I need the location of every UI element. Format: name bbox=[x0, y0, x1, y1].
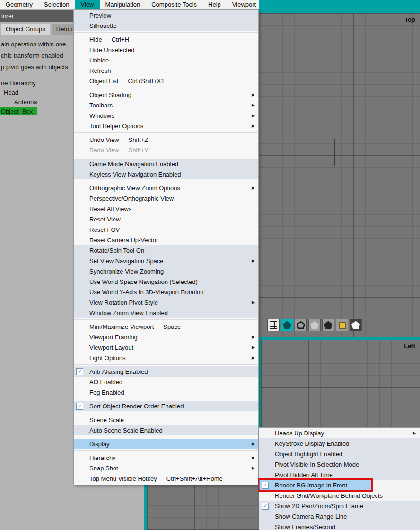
view-menu-item-reset-fov[interactable]: Reset FOV bbox=[74, 224, 258, 235]
checkbox-slot bbox=[76, 334, 83, 341]
display-submenu-item-render-grid-workplane-behind-objects[interactable]: Render Grid/Workplane Behind Objects bbox=[259, 490, 420, 501]
shaded-mode-icon[interactable] bbox=[281, 319, 293, 331]
view-menu-item-use-world-space-navigation-selected[interactable]: Use World Space Navigation (Selected) bbox=[74, 276, 258, 287]
view-menu-item-hide-unselected[interactable]: Hide Unselected bbox=[74, 44, 258, 55]
menu-item-label: Light Options bbox=[89, 354, 126, 362]
view-menu-item-snap-shot[interactable]: Snap Shot▶ bbox=[74, 463, 258, 473]
texture-mode-icon[interactable] bbox=[336, 319, 348, 331]
smooth-shade-mode-icon[interactable] bbox=[350, 319, 362, 331]
menu-item-label: Top Menu Visible Hotkey bbox=[89, 475, 157, 482]
menu-item-shortcut: Ctrl+H bbox=[112, 36, 129, 43]
display-submenu-item-show-2d-pan-zoom-spin-frame[interactable]: ✓Show 2D Pan/Zoom/Spin Frame bbox=[259, 501, 420, 511]
app-window: GeometrySelectionViewManipulationComposi… bbox=[0, 0, 420, 530]
checkbox-slot bbox=[76, 454, 83, 461]
view-menu-item-ao-enabled[interactable]: AO Enabled bbox=[74, 377, 258, 387]
checkbox-slot bbox=[262, 471, 269, 478]
view-menu-item-set-view-navigation-space[interactable]: Set View Navigation Space▶ bbox=[74, 256, 258, 266]
display-submenu-item-render-bg-image-in-front[interactable]: ✓Render BG Image In Front bbox=[259, 480, 371, 490]
submenu-arrow-icon: ▶ bbox=[252, 300, 255, 305]
view-menu-item-silhouette[interactable]: Silhouette bbox=[74, 20, 258, 31]
scene-object-outline[interactable] bbox=[263, 139, 335, 166]
view-menu-item-refresh[interactable]: Refresh bbox=[74, 65, 258, 76]
menubar-item-selection[interactable]: Selection bbox=[38, 0, 75, 9]
view-menu-item-viewport-layout[interactable]: Viewport Layout▶ bbox=[74, 342, 258, 353]
menu-item-label: Viewport Framing bbox=[89, 334, 138, 341]
view-menu-item-sort-object-render-order-enabled[interactable]: ✓Sort Object Render Order Enabled bbox=[74, 401, 258, 411]
view-menu-item-undo-view[interactable]: Undo ViewShift+Z bbox=[74, 134, 258, 145]
display-submenu-item-keystroke-display-enabled[interactable]: KeyStroke Display Enabled bbox=[259, 438, 420, 449]
menubar-item-view[interactable]: View bbox=[75, 0, 100, 9]
view-menu-item-rotate-spin-tool-on[interactable]: Rotate/Spin Tool On bbox=[74, 245, 258, 256]
view-menu-item-view-rotation-pivot-style[interactable]: View Rotation Pivot Style▶ bbox=[74, 297, 258, 308]
display-submenu-item-show-camera-range-line[interactable]: Show Camera Range Line bbox=[259, 511, 420, 521]
menubar-item-composite-tools[interactable]: Composite Tools bbox=[146, 0, 202, 9]
view-menu-item-windows[interactable]: Windows▶ bbox=[74, 110, 258, 121]
view-menu-item-mini-maximize-viewport[interactable]: Mini/Maximize ViewportSpace bbox=[74, 321, 258, 332]
view-menu-item-hide[interactable]: HideCtrl+H bbox=[74, 34, 258, 44]
menu-item-label: Unhide bbox=[89, 57, 109, 64]
tab-object-groups[interactable]: Object Groups bbox=[1, 24, 50, 35]
view-menu-item-tool-helper-options[interactable]: Tool Helper Options▶ bbox=[74, 121, 258, 131]
view-menu-item-object-list[interactable]: Object ListCtrl+Shift+X1 bbox=[74, 76, 258, 86]
view-menu-item-display[interactable]: Display▶ bbox=[74, 439, 258, 449]
menu-item-label: Preview bbox=[89, 12, 111, 19]
view-menu-item-anti-aliasing-enabled[interactable]: ✓Anti-Aliasing Enabled bbox=[74, 366, 258, 377]
submenu-arrow-icon: ▶ bbox=[252, 335, 255, 339]
view-menu-item-perspective-orthographic-view[interactable]: Perspective/Orthographic View bbox=[74, 193, 258, 203]
view-menu-item-reset-camera-up-vector[interactable]: Reset Camera Up-Vector bbox=[74, 235, 258, 245]
view-menu-item-object-shading[interactable]: Object Shading▶ bbox=[74, 89, 258, 100]
view-menu-item-reset-all-views[interactable]: Reset All Views bbox=[74, 203, 258, 214]
panel-option-text-1: ain operation within one bbox=[1, 39, 68, 50]
view-menu-item-game-mode-navigation-enabled[interactable]: Game Mode Navigation Enabled bbox=[74, 159, 258, 169]
checkbox-slot bbox=[76, 160, 83, 168]
view-menu-item-keyless-view-navigation-enabled[interactable]: Keyless View Navigation Enabled bbox=[74, 169, 258, 179]
menubar-item-manipulation[interactable]: Manipulation bbox=[100, 0, 146, 9]
texture-square-glyph bbox=[339, 322, 346, 329]
checkbox-slot bbox=[76, 309, 83, 317]
ghost-shade-mode-icon[interactable] bbox=[308, 319, 321, 331]
view-menu-item-top-menu-visible-hotkey[interactable]: Top Menu Visible HotkeyCtrl+Shift+Alt+Ho… bbox=[74, 473, 258, 484]
view-menu-item-light-options[interactable]: Light Options▶ bbox=[74, 353, 258, 363]
panel-options: ain operation within onechic transform e… bbox=[1, 39, 68, 73]
display-submenu-item-pivot-visible-in-selection-mode[interactable]: Pivot Visible In Selection Mode bbox=[259, 459, 420, 469]
menu-item-label: Fog Enabled bbox=[89, 389, 124, 396]
menubar-item-help[interactable]: Help bbox=[202, 0, 227, 9]
view-menu-item-redo-view[interactable]: Redo ViewShift+Y bbox=[74, 145, 258, 155]
menu-separator bbox=[74, 181, 258, 181]
flat-shade-mode-icon[interactable] bbox=[322, 319, 334, 331]
display-submenu-item-pivot-hidden-all-time[interactable]: Pivot Hidden All Time bbox=[259, 469, 420, 480]
pentagon-glyph bbox=[283, 321, 291, 329]
menubar-item-geometry[interactable]: Geometry bbox=[0, 0, 38, 9]
checkbox-slot bbox=[76, 205, 83, 212]
pentagon-glyph bbox=[310, 321, 319, 329]
view-menu-item-fog-enabled[interactable]: Fog Enabled bbox=[74, 387, 258, 398]
menubar-item-viewport[interactable]: Viewport bbox=[227, 0, 262, 9]
menu-item-label: Use World Y-Axis In 3D-Viewport Rotation bbox=[89, 289, 204, 296]
menu-item-label: Use World Space Navigation (Selected) bbox=[89, 278, 198, 285]
grid-toggle-icon[interactable] bbox=[267, 319, 280, 331]
wireframe-mode-icon[interactable] bbox=[295, 319, 307, 331]
display-submenu-item-object-highlight-enabled[interactable]: Object Highlight Enabled bbox=[259, 449, 420, 459]
view-menu-item-viewport-framing[interactable]: Viewport Framing▶ bbox=[74, 332, 258, 342]
view-menu-item-hierarchy[interactable]: Hierarchy▶ bbox=[74, 452, 258, 463]
submenu-arrow-icon: ▶ bbox=[252, 92, 255, 97]
view-menu-item-toolbars[interactable]: Toolbars▶ bbox=[74, 100, 258, 110]
view-menu-item-unhide[interactable]: Unhide bbox=[74, 55, 258, 65]
view-menu-item-orthographic-view-zoom-options[interactable]: Orthographic View Zoom Options▶ bbox=[74, 183, 258, 193]
checkbox-slot bbox=[76, 112, 83, 119]
view-menu-item-window-zoom-view-enabled[interactable]: Window Zoom View Enabled bbox=[74, 308, 258, 318]
menu-item-label: Reset View bbox=[89, 216, 121, 223]
view-menu-item-use-world-y-axis-in-3d-viewport-rotation[interactable]: Use World Y-Axis In 3D-Viewport Rotation bbox=[74, 287, 258, 297]
menu-item-label: Toolbars bbox=[89, 102, 113, 109]
view-menu-item-synchronize-view-zooming[interactable]: Synchronize View Zooming bbox=[74, 266, 258, 276]
display-submenu-item-heads-up-display[interactable]: Heads Up Display▶ bbox=[259, 428, 420, 438]
checkbox-checked-icon: ✓ bbox=[262, 503, 269, 510]
viewport-top-view[interactable]: Top bbox=[259, 13, 420, 337]
view-menu-item-preview[interactable]: Preview bbox=[74, 10, 258, 20]
menu-item-label: Game Mode Navigation Enabled bbox=[89, 160, 178, 168]
view-menu-item-auto-scene-scale-enabled[interactable]: Auto Scene Scale Enabled bbox=[74, 425, 258, 435]
menu-separator bbox=[74, 413, 258, 413]
display-submenu-item-show-frames-second[interactable]: Show Frames/Second bbox=[259, 521, 420, 530]
view-menu-item-reset-view[interactable]: Reset View bbox=[74, 214, 258, 224]
view-menu-item-scene-scale[interactable]: Scene Scale bbox=[74, 415, 258, 425]
